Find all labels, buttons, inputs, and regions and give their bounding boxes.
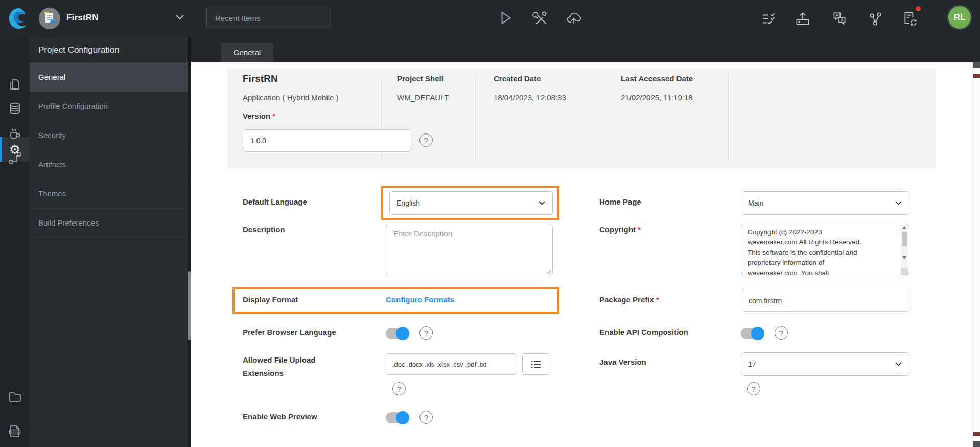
- jobs-checklist-icon[interactable]: [760, 10, 778, 28]
- copyright-scrollbar[interactable]: [901, 225, 908, 275]
- enable-api-composition-label: Enable API Composition: [599, 328, 688, 337]
- default-language-label: Default Language: [243, 197, 307, 206]
- user-avatar[interactable]: RL: [947, 5, 972, 30]
- display-format-label: Display Format: [243, 295, 298, 304]
- pages-icon[interactable]: [0, 77, 30, 92]
- settings-gear-icon[interactable]: ⚙: [0, 142, 30, 157]
- required-asterisk: *: [638, 225, 641, 234]
- project-name: FirstRN: [243, 73, 278, 84]
- svg-text:A: A: [836, 13, 839, 18]
- enable-api-composition-help-icon[interactable]: ?: [775, 326, 788, 340]
- prefer-browser-language-label: Prefer Browser Language: [243, 328, 336, 337]
- required-asterisk: *: [656, 295, 659, 304]
- sidebar-title: Project Configuration: [30, 37, 188, 63]
- project-type: Application ( Hybrid Mobile ): [243, 93, 339, 102]
- configure-formats-link[interactable]: Configure Formats: [386, 295, 454, 304]
- sidebar-item-artifacts[interactable]: Artifacts: [30, 150, 188, 180]
- copyright-label: Copyright*: [599, 225, 641, 234]
- enable-web-preview-toggle[interactable]: [386, 411, 409, 424]
- wavemaker-studio-window: FirstRN Recent Items: [0, 0, 980, 447]
- project-info-panel: FirstRN Application ( Hybrid Mobile ) Pr…: [227, 68, 936, 169]
- scroll-thumb[interactable]: [902, 232, 907, 246]
- left-icon-rail: ⚙ LOG: [0, 37, 30, 447]
- sidebar-item-themes[interactable]: Themes: [30, 180, 188, 209]
- project-shell-value: WM_DEFAULT: [397, 93, 449, 102]
- sidebar-item-build-preferences[interactable]: Build Preferences: [30, 209, 188, 238]
- sidebar-item-profile-configuration[interactable]: Profile Configuration: [30, 92, 188, 121]
- allowed-file-upload-label-line2: Extensions: [243, 369, 284, 377]
- project-configuration-sidebar: Project Configuration General Profile Co…: [30, 37, 188, 447]
- version-label: Version*: [243, 111, 275, 120]
- scroll-marker: [973, 432, 980, 436]
- folder-icon[interactable]: [0, 389, 30, 405]
- chevron-down-icon: [895, 362, 902, 366]
- content-scrollbar-track[interactable]: [972, 62, 980, 447]
- vcs-share-icon[interactable]: [867, 10, 884, 28]
- home-page-label: Home Page: [599, 197, 641, 206]
- recent-items-input[interactable]: Recent Items: [206, 8, 331, 28]
- package-prefix-input[interactable]: com.firstrn: [741, 289, 909, 312]
- description-label: Description: [243, 225, 285, 234]
- description-textarea[interactable]: Enter Description: [386, 223, 553, 276]
- chevron-down-icon: [895, 201, 902, 205]
- allowed-file-upload-help-icon[interactable]: ?: [392, 382, 406, 395]
- last-accessed-date-value: 21/02/2025, 11:19:18: [621, 93, 693, 102]
- wavemaker-logo-icon[interactable]: [7, 7, 31, 30]
- enable-api-composition-toggle[interactable]: [741, 327, 764, 340]
- divider: [475, 74, 476, 163]
- allowed-file-upload-label-line1: Allowed File Upload: [243, 355, 316, 364]
- divider: [728, 74, 729, 163]
- file-sync-icon[interactable]: [901, 10, 919, 27]
- chevron-down-icon: [539, 201, 545, 205]
- project-shell-label: Project Shell: [397, 74, 444, 83]
- default-language-select[interactable]: English: [389, 191, 553, 215]
- copyright-textarea[interactable]: Copyright (c) 2022-2023 wavemaker.com Al…: [741, 223, 909, 276]
- divider: [597, 74, 597, 163]
- allowed-file-upload-extensions-input[interactable]: .doc .docx .xls .xlsx .csv .pdf .txt: [386, 353, 517, 375]
- required-asterisk: *: [272, 111, 275, 120]
- java-services-icon[interactable]: [0, 126, 30, 141]
- sidebar-scrollbar-thumb[interactable]: [188, 271, 191, 340]
- created-date-value: 18/04/2023, 12:08:33: [494, 93, 566, 102]
- project-avatar[interactable]: [39, 8, 60, 31]
- enable-web-preview-help-icon[interactable]: ?: [419, 411, 433, 424]
- content-scrollbar-bottom[interactable]: [973, 441, 980, 447]
- list-icon: [531, 360, 541, 369]
- scroll-corner: [901, 268, 908, 275]
- resize-grip[interactable]: [545, 269, 551, 274]
- scroll-marker: [973, 74, 980, 78]
- copyright-text: Copyright (c) 2022-2023 wavemaker.com Al…: [748, 227, 899, 275]
- extensions-list-button[interactable]: [522, 353, 549, 375]
- svg-text:ã: ã: [841, 17, 843, 23]
- sidebar-item-security[interactable]: Security: [30, 121, 188, 150]
- scroll-up-arrow[interactable]: [902, 226, 906, 229]
- export-icon[interactable]: [794, 10, 811, 27]
- enable-web-preview-label: Enable Web Preview: [243, 412, 317, 421]
- tab-general[interactable]: General: [221, 43, 273, 62]
- java-version-help-icon[interactable]: ?: [747, 382, 760, 395]
- created-date-label: Created Date: [494, 74, 541, 83]
- scroll-down-arrow[interactable]: [902, 256, 906, 259]
- database-icon[interactable]: [0, 101, 30, 116]
- last-accessed-date-label: Last Accessed Date: [621, 74, 693, 83]
- content-tab-strip: [191, 37, 980, 62]
- sidebar-item-general[interactable]: General: [30, 63, 188, 92]
- svg-text:LOG: LOG: [11, 430, 18, 434]
- content-scrollbar-top[interactable]: [973, 62, 980, 68]
- version-input[interactable]: 1.0.0: [243, 129, 411, 152]
- run-icon[interactable]: [497, 9, 514, 27]
- top-bar: FirstRN Recent Items: [0, 0, 980, 37]
- java-version-select[interactable]: 17: [741, 352, 909, 376]
- version-help-icon[interactable]: ?: [419, 133, 433, 147]
- home-page-select[interactable]: Main: [741, 191, 909, 215]
- project-title: FirstRN: [66, 13, 99, 23]
- localization-icon[interactable]: A ã: [831, 10, 848, 27]
- log-icon[interactable]: LOG: [0, 423, 30, 439]
- deploy-cloud-icon[interactable]: [565, 9, 582, 27]
- toolbox-icon[interactable]: [531, 9, 549, 27]
- prefer-browser-language-toggle[interactable]: [386, 327, 409, 340]
- prefer-browser-language-help-icon[interactable]: ?: [419, 326, 433, 340]
- sidebar-scrollbar-track[interactable]: [188, 37, 191, 447]
- project-menu-chevron-down-icon[interactable]: [176, 15, 184, 20]
- java-version-label: Java Version: [599, 357, 646, 366]
